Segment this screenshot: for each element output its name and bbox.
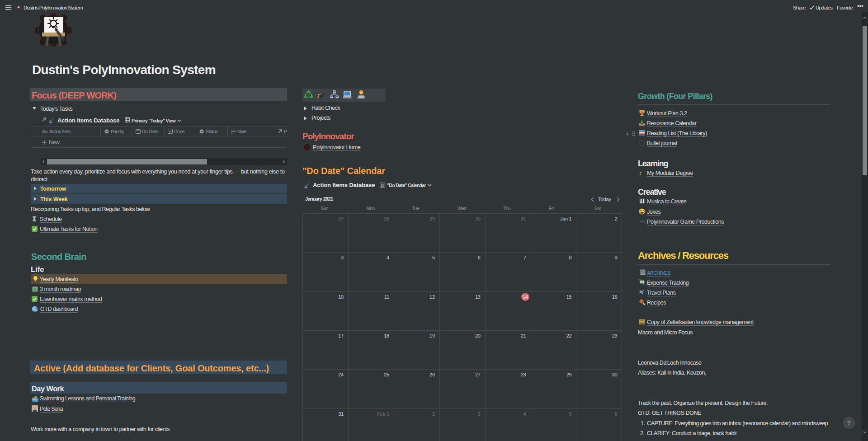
svg-text:31: 31 (381, 184, 384, 187)
svg-text:$: $ (642, 281, 643, 283)
